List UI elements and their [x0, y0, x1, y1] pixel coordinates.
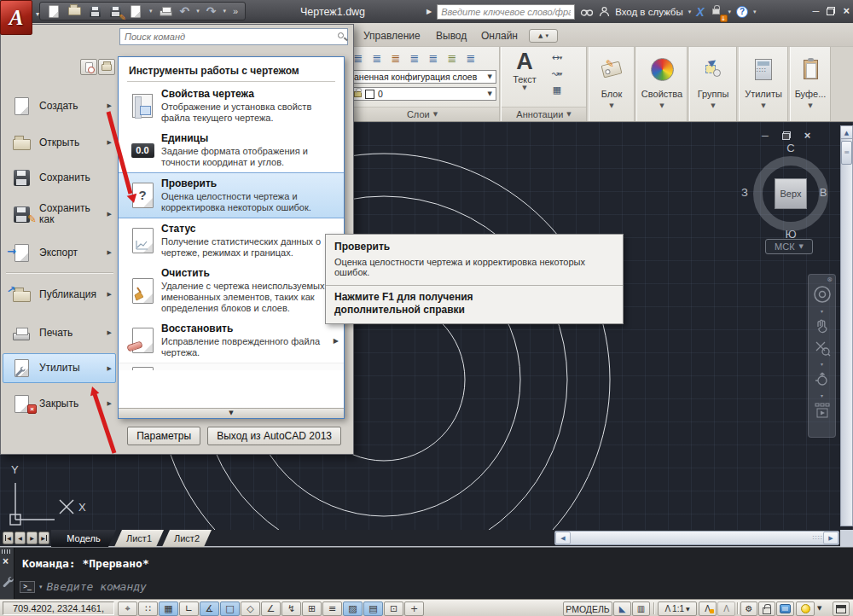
lock-dropdown[interactable]: ▾	[728, 9, 732, 15]
tab-sheet2[interactable]: Лист2	[162, 530, 212, 547]
menu-item-save[interactable]: Сохранить	[3, 160, 116, 195]
toggle-lineweight[interactable]: ≡	[322, 601, 342, 616]
ucs-selector-button[interactable]: МСК▼	[765, 239, 813, 254]
table-icon[interactable]: ▦	[548, 83, 566, 97]
groups-panel[interactable]: ▶ Группы ▼	[689, 47, 737, 121]
save-icon[interactable]	[88, 3, 102, 19]
scroll-up-icon[interactable]: ▲	[841, 126, 852, 139]
vertical-scroll-thumb[interactable]: ≡	[841, 141, 852, 165]
scroll-left-icon[interactable]: ◀	[555, 532, 571, 544]
menu-item-drawing-utilities[interactable]: Утилиты ▶	[3, 353, 116, 383]
utilities-panel[interactable]: Утилиты ▼	[739, 47, 788, 121]
command-prompt-dropdown[interactable]: ▾	[39, 584, 43, 590]
clean-screen-button[interactable]	[833, 601, 850, 616]
menu-search-input[interactable]	[119, 28, 348, 45]
menu-item-publish[interactable]: → Публикация ▶	[3, 275, 116, 314]
horizontal-scrollbar[interactable]: ◀ ∷∷ ▶	[554, 531, 839, 545]
command-drag-handle[interactable]	[2, 549, 12, 554]
flyout-item-units[interactable]: 0.0 ЕдиницыЗадание формата отображения и…	[119, 128, 344, 172]
menu-item-print[interactable]: Печать ▶	[3, 316, 116, 350]
viewcube-face[interactable]: Верх	[775, 178, 807, 209]
text-button[interactable]: А Текст ▼	[505, 49, 544, 91]
infocenter-expand-icon[interactable]: ▶	[426, 8, 432, 15]
toggle-quick-properties[interactable]: ▤	[363, 601, 383, 616]
menu-search[interactable]	[119, 28, 348, 45]
menu-item-open[interactable]: Открыть ▶	[3, 125, 116, 160]
layer-tool-icon[interactable]: ≣	[405, 49, 424, 67]
help-icon[interactable]: ?	[736, 6, 748, 18]
toggle-selection-cycling[interactable]: ⊡	[384, 601, 403, 616]
open-file-icon[interactable]	[67, 3, 81, 19]
workspace-gear-icon[interactable]: ⚙	[740, 601, 757, 616]
layer-tool-icon[interactable]: ≣	[424, 49, 443, 67]
vertical-scrollbar[interactable]: ▲ ≡	[840, 125, 853, 526]
viewport-close-button[interactable]: ×	[804, 129, 811, 142]
tab-prev-icon[interactable]: ◀	[15, 532, 26, 544]
tab-output[interactable]: Вывод	[429, 27, 473, 44]
recent-documents-button[interactable]	[80, 59, 97, 75]
menu-item-close[interactable]: × Закрыть ▶	[3, 386, 116, 421]
print-icon[interactable]	[160, 3, 173, 19]
flyout-item-purge[interactable]: ОчиститьУдаление с чертежа неиспользуемы…	[119, 263, 344, 318]
quick-view-layouts-button[interactable]: ▥	[632, 601, 650, 616]
help-dropdown[interactable]: ▾	[753, 9, 757, 15]
show-motion-icon[interactable]	[814, 403, 831, 418]
tab-manage[interactable]: Управление	[357, 27, 427, 44]
viewcube-east[interactable]: В	[815, 186, 831, 199]
options-button[interactable]: Параметры	[127, 427, 200, 445]
annotation-scale-button[interactable]: Λ1:1▼	[658, 601, 697, 616]
command-input-placeholder[interactable]: Введите команду	[47, 580, 147, 593]
properties-panel[interactable]: Свойства ▼	[636, 47, 688, 121]
redo-icon[interactable]: ↷	[206, 5, 217, 17]
layout-button[interactable]: ◣	[613, 601, 631, 616]
block-panel[interactable]: ✎ Блок ▼	[589, 47, 635, 121]
redo-dropdown[interactable]: ▾	[223, 8, 227, 15]
steering-wheel-icon[interactable]	[813, 285, 832, 304]
signin-person-icon[interactable]	[599, 6, 610, 17]
flyout-item-status[interactable]: СтатусПолучение статистических данных о …	[119, 218, 344, 263]
command-window[interactable]: × Команда: *Прервано* >_ ▾ Введите коман…	[0, 547, 853, 599]
open-documents-button[interactable]	[98, 59, 115, 75]
signin-label[interactable]: Вход в службы	[615, 7, 683, 17]
toggle-object-snap[interactable]: □	[220, 601, 240, 616]
viewcube-west[interactable]: З	[737, 186, 752, 199]
toggle-snap-mode[interactable]: ∷	[138, 601, 158, 616]
close-button[interactable]: ×	[843, 4, 850, 17]
save-as-icon[interactable]: ✎	[108, 3, 122, 19]
tab-online[interactable]: Онлайн	[474, 27, 525, 44]
annotation-panel-label[interactable]: Аннотации▼	[502, 107, 586, 121]
tab-last-icon[interactable]: ▶	[38, 532, 49, 544]
license-lock-icon[interactable]: ↓	[710, 4, 723, 20]
layer-tool-icon[interactable]: ≣	[368, 49, 386, 67]
signin-dropdown[interactable]: ▾	[688, 9, 692, 15]
infocenter-search-input[interactable]	[437, 4, 575, 20]
toggle-object-snap-tracking[interactable]: ∠	[261, 601, 281, 616]
tab-sheet1[interactable]: Лист1	[114, 530, 164, 547]
search-binoculars-icon[interactable]	[580, 7, 594, 17]
toggle-grid-display[interactable]: ▦	[159, 601, 178, 616]
new-file-icon[interactable]	[47, 3, 61, 19]
ui-lock-icon[interactable]	[758, 601, 775, 616]
plot-preview-dropdown[interactable]: ▾	[149, 8, 153, 15]
undo-icon[interactable]: ↶	[180, 5, 190, 17]
flyout-item-audit[interactable]: ? ПроверитьОценка целостности чертежа и …	[119, 172, 344, 218]
restore-button[interactable]	[827, 7, 835, 15]
viewport-minimize-button[interactable]: ─	[762, 131, 769, 141]
viewcube-north[interactable]: С	[783, 142, 798, 154]
scroll-right-icon[interactable]: ▶	[823, 532, 838, 544]
toggle-infer-constraints[interactable]: ⌖	[118, 601, 137, 616]
dimension-icon[interactable]: ↔▾	[548, 50, 566, 65]
layers-panel-label[interactable]: Слои▼	[345, 107, 499, 121]
application-menu-button[interactable]: A	[0, 0, 32, 35]
layer-state-dropdown[interactable]: аненная конфигурация слоев ▼	[350, 70, 496, 84]
plot-preview-icon[interactable]	[129, 3, 142, 19]
scrollbar-grip[interactable]: ∷∷	[813, 534, 823, 542]
command-wrench-icon[interactable]	[1, 575, 14, 588]
toggle-dynamic-input[interactable]: ⊞	[302, 601, 322, 616]
tab-model[interactable]: Модель	[51, 530, 116, 547]
qat-more-icon[interactable]: »	[233, 6, 238, 16]
menu-item-save-as[interactable]: ✎ Сохранить как ▶	[3, 195, 116, 234]
exchange-icon[interactable]: X	[696, 5, 704, 19]
layer-tool-icon[interactable]: ≣	[461, 49, 480, 67]
menu-item-new[interactable]: Создать ▶	[3, 88, 116, 124]
